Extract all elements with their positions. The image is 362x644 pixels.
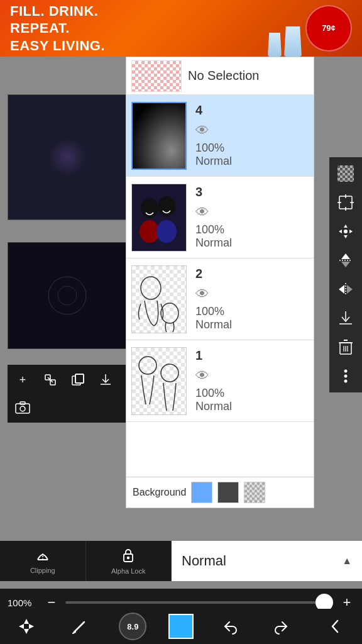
mode-bar: Clipping Alpha Lock Normal ▲ xyxy=(0,541,362,581)
flip-vertical-icon xyxy=(337,252,354,269)
svg-rect-53 xyxy=(127,557,129,559)
svg-line-59 xyxy=(73,632,75,633)
move-button[interactable] xyxy=(332,218,359,245)
svg-rect-6 xyxy=(75,374,84,383)
checkerboard-icon xyxy=(337,165,354,182)
layer-1-blend: Normal xyxy=(195,400,232,413)
layer-4-visibility[interactable]: 👁 xyxy=(195,123,209,139)
svg-marker-34 xyxy=(341,253,350,259)
dropdown-arrow-icon: ▲ xyxy=(342,555,352,567)
layer-actions-toolbar: + xyxy=(8,365,127,423)
ad-text: FILL. DRINK. REPEAT. EASY LIVING. xyxy=(10,3,105,55)
layer-1-thumb xyxy=(131,347,187,415)
clipping-button[interactable]: Clipping xyxy=(0,541,86,581)
svg-point-21 xyxy=(139,357,156,374)
flip-vertical-button[interactable] xyxy=(332,247,359,274)
svg-point-48 xyxy=(344,375,348,378)
svg-marker-55 xyxy=(24,629,29,634)
layer-4-row[interactable]: 4 👁 100% Normal xyxy=(126,95,314,177)
svg-marker-57 xyxy=(29,624,34,629)
more-options-button[interactable] xyxy=(332,362,359,390)
checkerboard-button[interactable] xyxy=(332,160,359,187)
layer-3-visibility[interactable]: 👁 xyxy=(195,204,209,221)
background-label: Background xyxy=(133,487,186,498)
no-selection-label: No Selection xyxy=(188,69,259,83)
redo-icon xyxy=(274,618,290,635)
svg-marker-54 xyxy=(24,619,29,624)
duplicate-layer-button[interactable] xyxy=(67,369,89,391)
layer-2-info: 2 👁 100% Normal xyxy=(193,267,309,331)
color-swatch[interactable] xyxy=(168,614,194,639)
back-icon xyxy=(327,618,344,635)
blend-mode-label: Normal xyxy=(182,553,226,569)
svg-point-11 xyxy=(20,406,25,411)
layer-4-thumb xyxy=(131,102,187,170)
svg-marker-29 xyxy=(344,235,348,238)
brush-size-button[interactable]: 8.9 xyxy=(115,611,150,641)
clipping-icon xyxy=(35,548,50,565)
more-icon xyxy=(344,369,348,384)
download-button[interactable] xyxy=(332,304,359,332)
svg-point-22 xyxy=(161,364,178,382)
add-layer-button[interactable]: + xyxy=(11,369,34,391)
layer-4-number: 4 xyxy=(195,103,202,118)
layer-3-row[interactable]: 3 👁 100% Normal xyxy=(126,177,314,258)
alpha-lock-label: Alpha Lock xyxy=(111,567,145,575)
svg-marker-37 xyxy=(339,285,344,294)
svg-marker-35 xyxy=(341,262,350,267)
layer-3-number: 3 xyxy=(195,185,202,199)
download-icon xyxy=(337,310,354,326)
undo-button[interactable] xyxy=(212,611,247,641)
svg-point-0 xyxy=(48,277,86,314)
alpha-lock-icon xyxy=(122,548,134,566)
background-swatch-checker[interactable] xyxy=(244,482,265,503)
brush-size-value: 8.9 xyxy=(127,622,138,631)
layer-3-opacity: 100% xyxy=(195,223,224,236)
svg-point-32 xyxy=(344,230,348,233)
brush-icon xyxy=(72,618,88,635)
no-selection-row[interactable]: No Selection xyxy=(126,57,314,95)
layer-4-opacity: 100% xyxy=(195,142,224,155)
brush-button[interactable] xyxy=(62,611,97,641)
redo-button[interactable] xyxy=(265,611,300,641)
layer-1-opacity: 100% xyxy=(195,387,224,400)
layer-2-visibility[interactable]: 👁 xyxy=(195,286,209,303)
layers-panel: No Selection 4 👁 xyxy=(126,57,314,484)
camera-button[interactable] xyxy=(11,396,34,419)
layer-3-thumb xyxy=(131,184,187,252)
flatten-layer-button[interactable] xyxy=(94,369,117,391)
svg-point-47 xyxy=(344,370,348,373)
ad-price: 79¢ xyxy=(305,5,352,52)
layer-1-visibility[interactable]: 👁 xyxy=(195,368,209,384)
transform-button[interactable] xyxy=(332,189,359,216)
back-button[interactable] xyxy=(318,611,353,641)
layer-3-blend: Normal xyxy=(195,236,232,250)
transform-nav-button[interactable] xyxy=(9,611,44,641)
svg-marker-56 xyxy=(19,624,24,629)
clipping-label: Clipping xyxy=(30,567,55,574)
merge-layer-button[interactable] xyxy=(39,369,62,391)
no-selection-thumb xyxy=(131,60,182,92)
svg-rect-12 xyxy=(20,402,25,404)
layer-1-row[interactable]: 1 👁 100% Normal xyxy=(126,340,314,422)
zoom-slider[interactable] xyxy=(65,601,333,604)
cup-small xyxy=(268,33,282,57)
ad-cups xyxy=(268,26,302,57)
background-row[interactable]: Background xyxy=(126,477,314,508)
blend-mode-dropdown[interactable]: Normal ▲ xyxy=(172,541,362,581)
canvas-preview-top xyxy=(8,94,127,220)
svg-marker-31 xyxy=(349,230,353,233)
svg-marker-38 xyxy=(347,285,353,294)
background-swatch-blue[interactable] xyxy=(191,482,212,503)
svg-rect-13 xyxy=(133,103,187,170)
zoom-level-label: 100% xyxy=(8,597,38,608)
layer-2-row[interactable]: 2 👁 100% Normal xyxy=(126,258,314,340)
flip-horizontal-button[interactable] xyxy=(332,275,359,303)
delete-button[interactable] xyxy=(332,333,359,361)
ad-banner: FILL. DRINK. REPEAT. EASY LIVING. 79¢ xyxy=(0,0,362,57)
layer-1-info: 1 👁 100% Normal xyxy=(193,348,309,413)
background-swatch-dark[interactable] xyxy=(217,482,239,503)
cup-large xyxy=(284,26,302,57)
canvas-preview-bottom xyxy=(8,242,127,349)
alpha-lock-button[interactable]: Alpha Lock xyxy=(86,541,172,581)
